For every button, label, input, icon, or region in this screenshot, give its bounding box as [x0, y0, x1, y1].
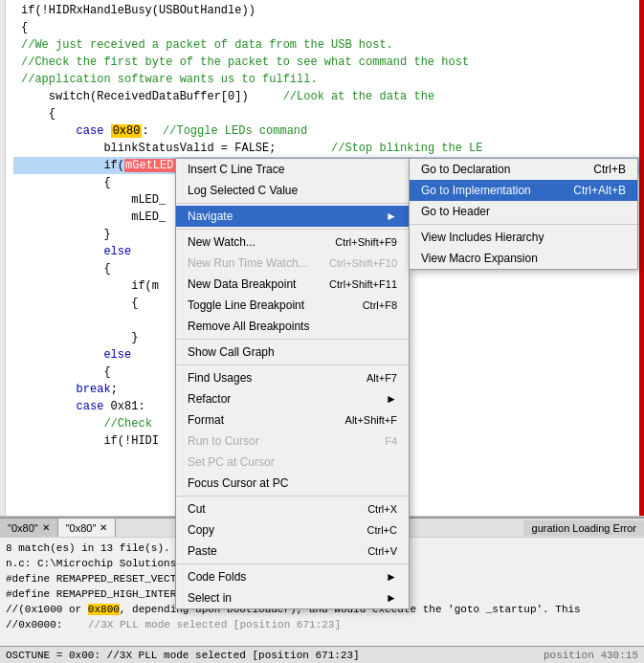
menu-item-format[interactable]: Format Alt+Shift+F: [176, 409, 409, 431]
menu-separator: [176, 339, 409, 340]
panel-tab-0x80-second[interactable]: "0x80" ✕: [58, 519, 117, 537]
menu-item-show-call-graph[interactable]: Show Call Graph: [176, 342, 409, 363]
submenu-arrow-icon: ►: [386, 591, 397, 605]
menu-separator: [176, 365, 409, 365]
menu-item-remove-all-breakpoints[interactable]: Remove All Breakpoints: [176, 316, 409, 337]
submenu-item-view-macro-expansion[interactable]: View Macro Expansion: [410, 248, 637, 269]
menu-item-code-folds[interactable]: Code Folds ►: [176, 566, 409, 587]
panel-tab-0x80-first[interactable]: "0x80" ✕: [0, 519, 58, 537]
menu-item-insert-c-line-trace[interactable]: Insert C Line Trace: [176, 159, 409, 180]
menu-item-new-run-time-watch: New Run Time Watch... Ctrl+Shift+F10: [176, 253, 409, 274]
error-panel-label: guration Loading Error: [523, 520, 644, 536]
menu-item-refactor[interactable]: Refactor ►: [176, 388, 409, 409]
submenu-item-go-to-header[interactable]: Go to Header: [410, 201, 637, 222]
menu-separator: [176, 496, 409, 497]
submenu-arrow-icon: ►: [386, 210, 397, 223]
menu-item-log-selected-c-value[interactable]: Log Selected C Value: [176, 180, 409, 201]
menu-separator: [176, 229, 409, 230]
menu-item-copy[interactable]: Copy Ctrl+C: [176, 519, 409, 541]
left-gutter: [0, 0, 6, 517]
menu-item-new-data-breakpoint[interactable]: New Data Breakpoint Ctrl+Shift+F11: [176, 274, 409, 295]
code-line[interactable]: {: [13, 105, 644, 122]
submenu-arrow-icon: ►: [386, 392, 397, 406]
menu-item-navigate[interactable]: Navigate ►: [176, 206, 409, 227]
menu-separator: [410, 224, 637, 225]
submenu-arrow-icon: ►: [386, 570, 397, 584]
code-line[interactable]: //Check the first byte of the packet to …: [13, 54, 644, 71]
menu-item-set-pc-at-cursor: Set PC at Cursor: [176, 452, 409, 473]
menu-item-run-to-cursor: Run to Cursor F4: [176, 431, 409, 452]
menu-item-toggle-line-breakpoint[interactable]: Toggle Line Breakpoint Ctrl+F8: [176, 295, 409, 316]
file-line5: //0x0000: //3X PLL mode selected [positi…: [6, 617, 638, 632]
status-bar: OSCTUNE = 0x00: //3X PLL mode selected […: [0, 646, 644, 663]
menu-separator: [176, 564, 409, 564]
code-line[interactable]: //We just received a packet of data from…: [13, 36, 644, 54]
tab-close-icon[interactable]: ✕: [42, 522, 50, 533]
tab-close-icon[interactable]: ✕: [100, 522, 107, 533]
navigate-submenu: Go to Declaration Ctrl+B Go to Implement…: [409, 158, 638, 270]
menu-separator: [176, 203, 409, 204]
red-bar: [639, 0, 644, 517]
submenu-item-go-to-implementation[interactable]: Go to Implementation Ctrl+Alt+B: [410, 180, 637, 201]
submenu-item-go-to-declaration[interactable]: Go to Declaration Ctrl+B: [410, 159, 637, 180]
code-line[interactable]: {: [13, 19, 644, 36]
code-line[interactable]: //application software wants us to fulfi…: [13, 71, 644, 88]
menu-item-find-usages[interactable]: Find Usages Alt+F7: [176, 367, 409, 388]
context-menu: Insert C Line Trace Log Selected C Value…: [175, 158, 410, 609]
menu-item-select-in[interactable]: Select in ►: [176, 587, 409, 608]
menu-item-new-watch[interactable]: New Watch... Ctrl+Shift+F9: [176, 232, 409, 253]
submenu-item-view-includes-hierarchy[interactable]: View Includes Hierarchy: [410, 227, 637, 248]
code-line[interactable]: blinkStatusValid = FALSE; //Stop blinkin…: [13, 140, 644, 157]
code-line[interactable]: if(!HIDRxHandleBusy(USBOutHandle)): [13, 2, 644, 19]
menu-item-focus-cursor-at-pc[interactable]: Focus Cursor at PC: [176, 473, 409, 494]
menu-item-cut[interactable]: Cut Ctrl+X: [176, 498, 409, 519]
menu-item-paste[interactable]: Paste Ctrl+V: [176, 541, 409, 562]
code-line[interactable]: switch(ReceivedDataBuffer[0]) //Look at …: [13, 88, 644, 105]
code-line[interactable]: case 0x80: //Toggle LEDs command: [13, 122, 644, 140]
